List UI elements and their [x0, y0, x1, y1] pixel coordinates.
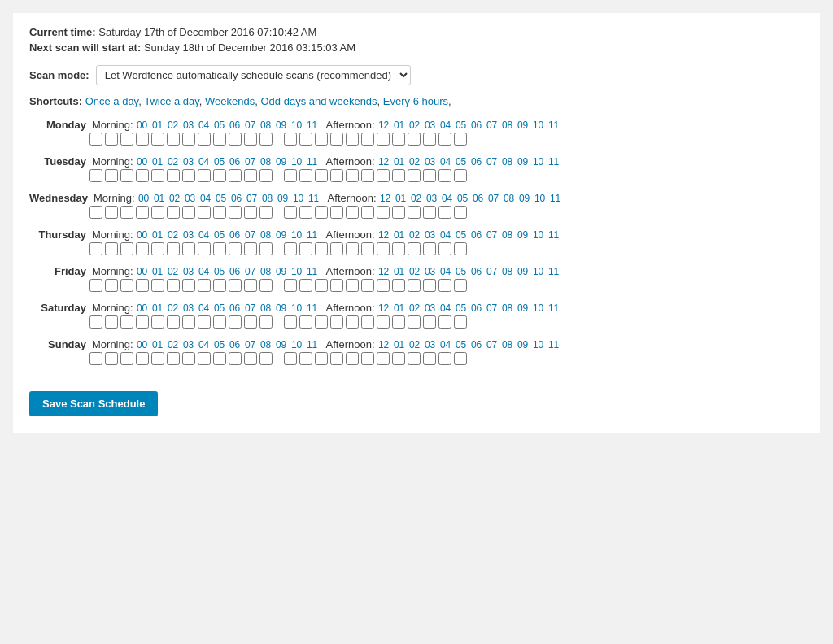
- morning-hour-sunday-11[interactable]: 11: [306, 339, 319, 350]
- afternoon-hour-monday-7[interactable]: 07: [486, 120, 499, 131]
- afternoon-hour-friday-0[interactable]: 12: [377, 266, 390, 277]
- cb-afternoon-monday-11[interactable]: [454, 133, 467, 146]
- cb-afternoon-saturday-10[interactable]: [438, 315, 451, 329]
- cb-afternoon-wednesday-0[interactable]: [284, 206, 297, 219]
- cb-afternoon-sunday-4[interactable]: [346, 352, 359, 365]
- cb-afternoon-wednesday-9[interactable]: [423, 206, 436, 219]
- cb-morning-wednesday-08[interactable]: [213, 206, 226, 219]
- cb-afternoon-saturday-4[interactable]: [346, 315, 359, 329]
- morning-hour-friday-05[interactable]: 05: [213, 266, 226, 277]
- afternoon-hour-sunday-11[interactable]: 11: [547, 339, 560, 350]
- morning-hour-wednesday-10[interactable]: 10: [292, 193, 305, 204]
- afternoon-hour-wednesday-6[interactable]: 06: [472, 193, 485, 204]
- cb-afternoon-monday-0[interactable]: [284, 133, 297, 146]
- cb-morning-thursday-00[interactable]: [89, 242, 102, 255]
- cb-afternoon-friday-11[interactable]: [454, 279, 467, 292]
- morning-hour-tuesday-05[interactable]: 05: [213, 156, 226, 168]
- afternoon-hour-sunday-5[interactable]: 05: [455, 339, 468, 350]
- cb-afternoon-tuesday-8[interactable]: [408, 169, 421, 182]
- morning-hour-sunday-05[interactable]: 05: [213, 339, 226, 350]
- cb-afternoon-saturday-5[interactable]: [361, 315, 374, 329]
- cb-morning-monday-02[interactable]: [120, 133, 133, 146]
- afternoon-hour-friday-11[interactable]: 11: [547, 266, 560, 277]
- afternoon-hour-sunday-9[interactable]: 09: [517, 339, 530, 350]
- morning-hour-wednesday-11[interactable]: 11: [307, 193, 321, 204]
- afternoon-hour-wednesday-11[interactable]: 11: [549, 193, 562, 204]
- cb-afternoon-tuesday-7[interactable]: [392, 169, 405, 182]
- afternoon-hour-saturday-0[interactable]: 12: [377, 302, 390, 314]
- cb-morning-monday-08[interactable]: [213, 133, 226, 146]
- afternoon-hour-thursday-3[interactable]: 03: [424, 229, 437, 241]
- afternoon-hour-friday-5[interactable]: 05: [455, 266, 468, 277]
- afternoon-hour-tuesday-2[interactable]: 02: [408, 156, 421, 168]
- morning-hour-sunday-03[interactable]: 03: [182, 339, 195, 350]
- afternoon-hour-wednesday-5[interactable]: 05: [456, 193, 469, 204]
- morning-hour-monday-07[interactable]: 07: [244, 120, 257, 131]
- afternoon-hour-sunday-4[interactable]: 04: [439, 339, 452, 350]
- afternoon-hour-monday-0[interactable]: 12: [377, 120, 390, 131]
- cb-morning-thursday-09[interactable]: [229, 242, 242, 255]
- cb-morning-sunday-05[interactable]: [167, 352, 180, 365]
- morning-hour-tuesday-01[interactable]: 01: [151, 156, 164, 168]
- morning-hour-friday-09[interactable]: 09: [275, 266, 288, 277]
- cb-afternoon-wednesday-8[interactable]: [408, 206, 421, 219]
- morning-hour-wednesday-06[interactable]: 06: [230, 193, 243, 204]
- morning-hour-monday-02[interactable]: 02: [167, 120, 180, 131]
- morning-hour-thursday-10[interactable]: 10: [290, 229, 303, 241]
- afternoon-hour-saturday-8[interactable]: 08: [501, 302, 514, 314]
- cb-afternoon-friday-8[interactable]: [408, 279, 421, 292]
- morning-hour-thursday-09[interactable]: 09: [275, 229, 288, 241]
- morning-hour-saturday-04[interactable]: 04: [198, 302, 211, 314]
- cb-morning-thursday-05[interactable]: [167, 242, 180, 255]
- morning-hour-saturday-10[interactable]: 10: [290, 302, 303, 314]
- cb-morning-monday-00[interactable]: [89, 133, 102, 146]
- morning-hour-thursday-00[interactable]: 00: [136, 229, 149, 241]
- cb-afternoon-friday-5[interactable]: [361, 279, 374, 292]
- afternoon-hour-thursday-1[interactable]: 01: [393, 229, 406, 241]
- morning-hour-thursday-06[interactable]: 06: [229, 229, 242, 241]
- cb-afternoon-thursday-2[interactable]: [315, 242, 328, 255]
- cb-morning-friday-02[interactable]: [120, 279, 133, 292]
- cb-morning-wednesday-05[interactable]: [167, 206, 180, 219]
- afternoon-hour-wednesday-4[interactable]: 04: [441, 193, 454, 204]
- morning-hour-thursday-01[interactable]: 01: [151, 229, 164, 241]
- cb-afternoon-tuesday-0[interactable]: [284, 169, 297, 182]
- morning-hour-sunday-01[interactable]: 01: [151, 339, 164, 350]
- morning-hour-sunday-10[interactable]: 10: [290, 339, 303, 350]
- afternoon-hour-tuesday-4[interactable]: 04: [439, 156, 452, 168]
- afternoon-hour-thursday-10[interactable]: 10: [532, 229, 545, 241]
- afternoon-hour-monday-6[interactable]: 06: [470, 120, 483, 131]
- cb-morning-wednesday-00[interactable]: [89, 206, 102, 219]
- cb-afternoon-thursday-5[interactable]: [361, 242, 374, 255]
- cb-afternoon-monday-5[interactable]: [361, 133, 374, 146]
- cb-morning-monday-03[interactable]: [136, 133, 149, 146]
- afternoon-hour-friday-9[interactable]: 09: [517, 266, 530, 277]
- cb-morning-thursday-07[interactable]: [198, 242, 211, 255]
- scan-mode-select[interactable]: Let Wordfence automatically schedule sca…: [96, 65, 411, 85]
- morning-hour-saturday-00[interactable]: 00: [136, 302, 149, 314]
- cb-afternoon-monday-10[interactable]: [438, 133, 451, 146]
- cb-afternoon-sunday-11[interactable]: [454, 352, 467, 365]
- cb-morning-thursday-02[interactable]: [120, 242, 133, 255]
- afternoon-hour-tuesday-7[interactable]: 07: [486, 156, 499, 168]
- cb-afternoon-tuesday-5[interactable]: [361, 169, 374, 182]
- cb-afternoon-sunday-8[interactable]: [408, 352, 421, 365]
- afternoon-hour-thursday-7[interactable]: 07: [486, 229, 499, 241]
- afternoon-hour-monday-1[interactable]: 01: [393, 120, 406, 131]
- morning-hour-monday-04[interactable]: 04: [198, 120, 211, 131]
- cb-morning-sunday-03[interactable]: [136, 352, 149, 365]
- cb-morning-tuesday-04[interactable]: [151, 169, 164, 182]
- afternoon-hour-wednesday-7[interactable]: 07: [487, 193, 500, 204]
- cb-afternoon-friday-0[interactable]: [284, 279, 297, 292]
- morning-hour-saturday-07[interactable]: 07: [244, 302, 257, 314]
- shortcut-every-6-hours[interactable]: Every 6 hours: [383, 95, 448, 107]
- cb-afternoon-friday-4[interactable]: [346, 279, 359, 292]
- afternoon-hour-thursday-2[interactable]: 02: [408, 229, 421, 241]
- cb-afternoon-saturday-3[interactable]: [330, 315, 343, 329]
- cb-afternoon-sunday-7[interactable]: [392, 352, 405, 365]
- cb-morning-friday-05[interactable]: [167, 279, 180, 292]
- cb-afternoon-saturday-2[interactable]: [315, 315, 328, 329]
- cb-morning-wednesday-01[interactable]: [105, 206, 118, 219]
- afternoon-hour-tuesday-0[interactable]: 12: [377, 156, 390, 168]
- afternoon-hour-tuesday-1[interactable]: 01: [393, 156, 406, 168]
